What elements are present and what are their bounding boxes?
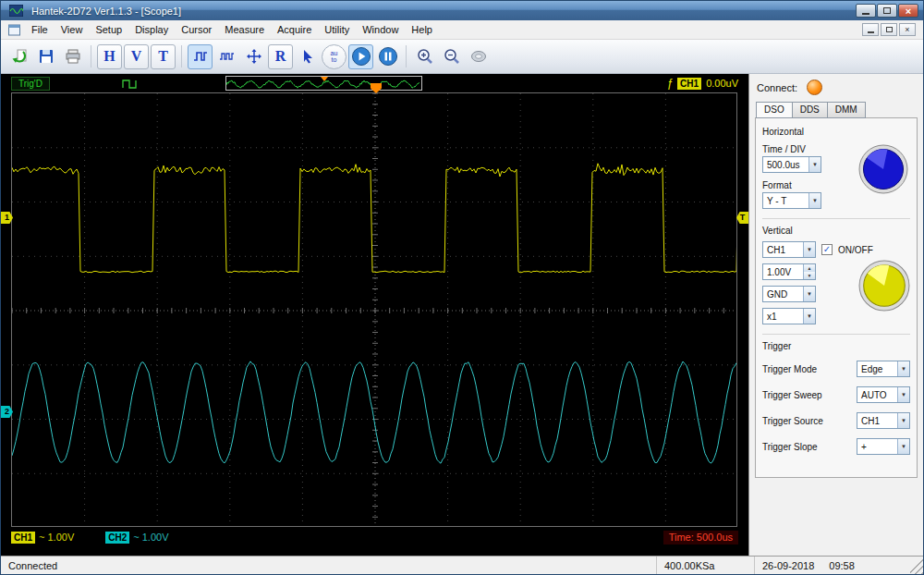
horizontal-system-button[interactable]: H — [97, 44, 122, 69]
waveform-preview[interactable] — [225, 76, 422, 91]
menu-item-setup[interactable]: Setup — [89, 22, 128, 37]
chevron-down-icon[interactable]: ▼ — [897, 361, 909, 376]
probe-value: x1 — [767, 312, 777, 322]
connect-label: Connect: — [757, 82, 797, 93]
waveform-compare-button[interactable] — [214, 44, 239, 69]
trigger-source-label: Trigger Source — [762, 416, 823, 426]
zoom-out-icon — [443, 47, 461, 66]
tab-dmm[interactable]: DMM — [828, 102, 866, 118]
chevron-down-icon[interactable]: ▼ — [897, 413, 909, 428]
onoff-checkbox[interactable]: ✓ — [821, 244, 833, 255]
autoset-label: au — [331, 50, 338, 56]
vertical-knob[interactable] — [858, 260, 910, 312]
time-div-select[interactable]: 500.0us ▼ — [762, 156, 821, 173]
play-icon — [351, 46, 371, 67]
date-readout: 26-09-2018 — [762, 560, 814, 571]
waveform-plot — [12, 93, 737, 527]
format-select[interactable]: Y - T ▼ — [762, 192, 821, 209]
window-title: Hantek-2D72 Ver1.1.3 - [Scope1] — [31, 6, 181, 17]
mdi-close-button[interactable]: × — [899, 23, 916, 36]
menu-item-display[interactable]: Display — [128, 22, 175, 37]
pan-button[interactable] — [466, 44, 491, 69]
trigger-channel-badge: CH1 — [677, 78, 701, 90]
volts-div-spinner[interactable]: 1.00V ▲ ▼ — [762, 263, 816, 280]
menu-item-utility[interactable]: Utility — [318, 22, 356, 37]
onoff-label: ON/OFF — [838, 245, 873, 255]
preview-trigger-marker[interactable] — [321, 77, 328, 81]
maximize-button[interactable] — [877, 4, 897, 18]
chevron-down-icon[interactable]: ▼ — [803, 309, 815, 324]
tab-dso[interactable]: DSO — [756, 102, 793, 118]
save-button[interactable] — [33, 44, 58, 69]
trigger-sweep-value: AUTO — [861, 390, 887, 400]
spinner-up-icon[interactable]: ▲ — [804, 264, 815, 272]
scope-bottom-strip: CH1 ~ 1.00V CH2 ~ 1.00V Time: 500.0us — [11, 530, 738, 544]
chevron-down-icon[interactable]: ▼ — [808, 193, 821, 208]
trigger-slope-label: Trigger Slope — [762, 442, 818, 452]
menu-item-view[interactable]: View — [55, 22, 90, 37]
menu-item-cursor[interactable]: Cursor — [175, 22, 218, 37]
chevron-down-icon[interactable]: ▼ — [897, 387, 909, 402]
close-button[interactable]: × — [898, 4, 918, 18]
tab-dds[interactable]: DDS — [793, 102, 828, 118]
chevron-down-icon[interactable]: ▼ — [803, 242, 815, 257]
minimize-button[interactable] — [856, 4, 876, 18]
trigger-slope-select[interactable]: + ▼ — [857, 438, 910, 455]
trigger-title: Trigger — [762, 341, 910, 351]
chevron-down-icon[interactable]: ▼ — [897, 439, 909, 454]
zoom-out-button[interactable] — [439, 44, 464, 69]
toolbar-separator — [91, 45, 91, 67]
coupling-select[interactable]: GND ▼ — [762, 286, 816, 302]
ch1-scale-readout: ~ 1.00V — [39, 532, 74, 543]
print-button[interactable] — [60, 44, 85, 69]
close-icon: × — [906, 6, 911, 17]
toolbar: H V T R — [1, 40, 923, 74]
menu-item-file[interactable]: File — [25, 22, 55, 37]
trigger-system-label: T — [158, 48, 168, 65]
save-icon — [38, 48, 55, 65]
hand-icon — [469, 47, 488, 66]
trigger-mode-select[interactable]: Edge ▼ — [857, 361, 910, 377]
horizontal-knob[interactable] — [858, 144, 908, 194]
chevron-down-icon[interactable]: ▼ — [803, 287, 815, 301]
channel-select[interactable]: CH1 ▼ — [762, 241, 816, 258]
waveform-mode-button[interactable] — [188, 44, 213, 69]
cursor-tool-button[interactable] — [295, 44, 320, 69]
trigger-source-select[interactable]: CH1 ▼ — [857, 412, 910, 429]
menu-item-measure[interactable]: Measure — [218, 22, 271, 37]
mdi-minimize-button[interactable] — [862, 23, 879, 36]
trigger-level-marker[interactable]: T — [736, 212, 748, 224]
connect-indicator[interactable] — [807, 80, 822, 95]
menu-item-help[interactable]: Help — [405, 22, 439, 37]
autoset-button[interactable]: au to — [322, 44, 346, 69]
scope-display — [11, 92, 737, 527]
vertical-system-label: V — [131, 48, 142, 65]
trigger-system-button[interactable]: T — [151, 44, 176, 69]
probe-select[interactable]: x1 ▼ — [762, 308, 816, 324]
chevron-down-icon[interactable]: ▼ — [808, 157, 821, 172]
trigger-level-icon: ƒ — [666, 77, 673, 90]
run-button[interactable] — [348, 44, 373, 69]
time-div-value: 500.0us — [767, 160, 800, 170]
menu-item-window[interactable]: Window — [356, 22, 405, 37]
close-icon: × — [905, 25, 909, 34]
mdi-restore-button[interactable] — [881, 23, 897, 36]
pause-button[interactable] — [375, 44, 400, 69]
sample-rate-readout: 400.00KSa — [657, 557, 755, 574]
coupling-value: GND — [767, 289, 787, 300]
record-button[interactable]: R — [268, 44, 293, 69]
titlebar: Hantek-2D72 Ver1.1.3 - [Scope1] × — [1, 1, 923, 20]
printer-icon — [65, 48, 81, 65]
resize-grip[interactable] — [910, 557, 923, 574]
panel-tabs: DSO DDS DMM — [756, 102, 918, 118]
ch1-badge: CH1 — [11, 532, 35, 544]
spinner-down-icon[interactable]: ▼ — [804, 272, 815, 279]
trigger-sweep-select[interactable]: AUTO ▼ — [857, 386, 910, 403]
load-button[interactable] — [6, 44, 31, 69]
xy-mode-button[interactable] — [241, 44, 266, 69]
vertical-system-button[interactable]: V — [124, 44, 149, 69]
menu-item-acquire[interactable]: Acquire — [271, 22, 318, 37]
zoom-in-button[interactable] — [412, 44, 437, 69]
crosshair-arrows-icon — [246, 48, 262, 65]
trigger-mode-label: Trigger Mode — [762, 364, 817, 374]
